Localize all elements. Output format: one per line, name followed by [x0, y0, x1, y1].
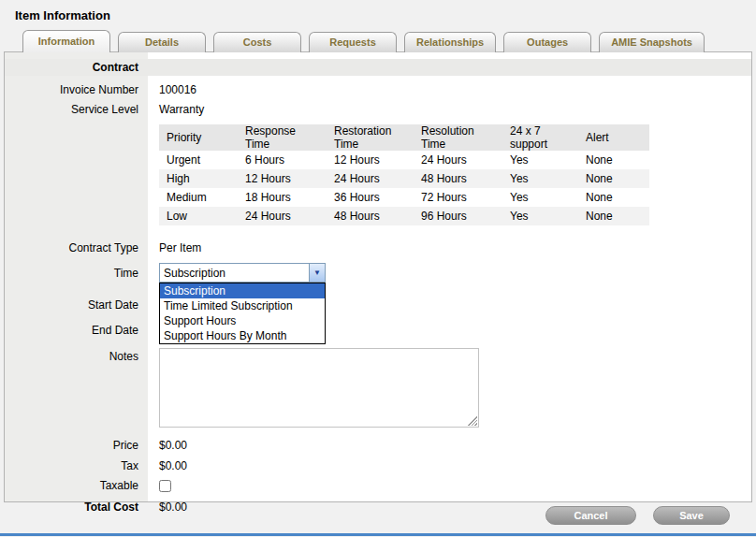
sla-col-resolution-time: Resolution Time [414, 124, 502, 151]
taxable-row: Taxable [5, 478, 751, 492]
time-select[interactable]: Subscription ▼ [159, 263, 326, 283]
time-row: Time Subscription ▼ Subscription Time Li… [5, 263, 751, 283]
price-value: $0.00 [159, 439, 187, 452]
notes-label: Notes [5, 348, 148, 363]
cell: 6 Hours [238, 151, 327, 169]
service-level-row: Service Level Warranty [5, 102, 751, 117]
taxable-checkbox[interactable] [159, 480, 171, 492]
table-row: Low 24 Hours 48 Hours 96 Hours Yes None [159, 207, 649, 225]
cell: Yes [502, 169, 578, 188]
sla-col-restoration-time: Restoration Time [327, 124, 414, 151]
dropdown-option-support-hours-by-month[interactable]: Support Hours By Month [160, 328, 325, 343]
cell: 24 Hours [414, 151, 502, 169]
cell: Yes [502, 151, 578, 169]
invoice-number-row: Invoice Number 100016 [5, 82, 751, 97]
sla-table-header-row: Priority Response Time Restoration Time … [159, 124, 649, 151]
end-date-row: End Date [5, 323, 751, 338]
tax-row: Tax $0.00 [5, 458, 751, 473]
total-cost-label: Total Cost [5, 501, 148, 514]
start-date-label: Start Date [5, 298, 148, 312]
sla-table: Priority Response Time Restoration Time … [159, 124, 649, 225]
tax-label: Tax [5, 459, 148, 472]
cell: None [578, 151, 649, 169]
chevron-down-icon[interactable]: ▼ [309, 264, 325, 282]
table-row: Medium 18 Hours 36 Hours 72 Hours Yes No… [159, 188, 649, 207]
contract-type-row: Contract Type Per Item [5, 240, 751, 255]
total-cost-row: Total Cost $0.00 [5, 500, 751, 515]
titlebar: Item Information [0, 0, 756, 30]
service-level-value: Warranty [159, 103, 204, 116]
resize-grip-icon[interactable] [467, 415, 477, 426]
end-date-label: End Date [5, 324, 148, 337]
price-row: Price $0.00 [5, 438, 751, 453]
sla-col-response-time: Response Time [238, 124, 327, 151]
bottom-accent-bar [0, 533, 756, 536]
cell: 72 Hours [414, 188, 502, 207]
cell: None [578, 207, 649, 225]
cell: 24 Hours [238, 207, 327, 225]
service-level-label: Service Level [5, 103, 148, 116]
tab-relationships[interactable]: Relationships [404, 32, 496, 52]
cell: 12 Hours [238, 169, 327, 188]
cell: 48 Hours [327, 207, 414, 225]
time-label: Time [5, 267, 148, 280]
cell: Low [159, 207, 238, 225]
cell: 96 Hours [414, 207, 502, 225]
sla-col-alert: Alert [578, 124, 649, 151]
start-date-row: Start Date [5, 298, 751, 312]
time-dropdown-list: Subscription Time Limited Subscription S… [159, 283, 326, 344]
dropdown-option-support-hours[interactable]: Support Hours [160, 313, 325, 328]
cell: 12 Hours [327, 151, 414, 169]
invoice-number-value: 100016 [159, 83, 196, 96]
contract-section-label: Contract [5, 61, 148, 74]
cell: None [578, 188, 649, 207]
tab-amie-snapshots[interactable]: AMIE Snapshots [599, 32, 705, 52]
cell: 48 Hours [414, 169, 502, 188]
cell: 36 Hours [327, 188, 414, 207]
price-label: Price [5, 439, 148, 452]
tab-requests[interactable]: Requests [309, 32, 397, 52]
cell: High [159, 169, 238, 188]
time-select-value: Subscription [160, 267, 309, 280]
page-title: Item Information [15, 8, 756, 22]
tab-outages[interactable]: Outages [503, 32, 591, 52]
invoice-number-label: Invoice Number [5, 83, 148, 96]
tab-costs[interactable]: Costs [213, 32, 301, 52]
dropdown-option-subscription[interactable]: Subscription [160, 283, 325, 298]
contract-type-value: Per Item [159, 241, 201, 254]
contract-type-label: Contract Type [5, 241, 148, 254]
cell: Yes [502, 207, 578, 225]
cell: 18 Hours [238, 188, 327, 207]
notes-row: Notes [5, 348, 751, 428]
dropdown-option-time-limited-subscription[interactable]: Time Limited Subscription [160, 298, 325, 313]
content-panel: Contract Invoice Number 100016 Service L… [4, 51, 752, 502]
tab-information[interactable]: Information [22, 30, 110, 52]
taxable-label: Taxable [5, 479, 148, 492]
sla-col-priority: Priority [159, 124, 238, 151]
section-header-row: Contract [5, 59, 751, 76]
table-row: Urgent 6 Hours 12 Hours 24 Hours Yes Non… [159, 151, 649, 169]
cell: 24 Hours [327, 169, 414, 188]
cell: Yes [502, 188, 578, 207]
sla-col-24x7-support: 24 x 7 support [502, 124, 578, 151]
tab-bar: Information Details Costs Requests Relat… [0, 30, 756, 52]
total-cost-value: $0.00 [159, 501, 187, 514]
table-row: High 12 Hours 24 Hours 48 Hours Yes None [159, 169, 649, 188]
notes-textarea[interactable] [159, 348, 479, 428]
tax-value: $0.00 [159, 459, 187, 472]
cell: None [578, 169, 649, 188]
cell: Urgent [159, 151, 238, 169]
cell: Medium [159, 188, 238, 207]
tab-details[interactable]: Details [118, 32, 206, 52]
